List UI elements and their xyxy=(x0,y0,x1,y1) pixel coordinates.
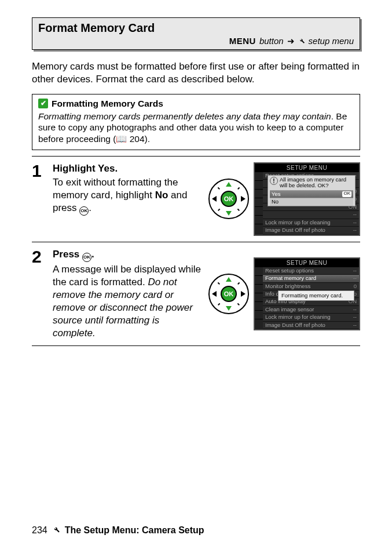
lcd-title: SETUP MENU xyxy=(255,163,359,172)
warning-italic: Formatting memory cards permanently dele… xyxy=(38,111,331,121)
step-body: Press OK. A message will be displayed wh… xyxy=(53,248,204,340)
multi-selector-icon: OK xyxy=(208,274,249,314)
lcd-row-value: -- xyxy=(353,268,357,274)
check-badge-icon: ✔ xyxy=(38,99,48,108)
step-1: 1 Highlight Yes. To exit without formatt… xyxy=(32,157,360,242)
page-number: 234 xyxy=(32,525,47,537)
lcd-row-value: -- xyxy=(353,307,357,312)
ok-tag: OK xyxy=(342,191,351,197)
dialog-message: All images on memory card will be delete… xyxy=(280,177,353,189)
step-head-bold: Yes xyxy=(98,163,115,174)
lcd-screenshot-1: SETUP MENU Reset setup options-- 0 Info … xyxy=(254,162,360,236)
step-2: 2 Press OK. A message will be displayed … xyxy=(32,242,360,347)
step-head-suffix: . xyxy=(115,163,118,174)
exclamation-icon: ! xyxy=(270,177,278,185)
lcd-row-value: -- xyxy=(353,212,357,217)
step-heading: Highlight Yes. xyxy=(53,162,204,175)
step-head-prefix: Press xyxy=(53,249,82,260)
step-number: 1 xyxy=(32,162,47,236)
lcd-row-value: -- xyxy=(353,227,357,233)
option-label: Yes xyxy=(272,191,281,197)
setup-menu-word: setup menu xyxy=(309,35,354,47)
lcd-row-label: Format memory card xyxy=(265,275,316,281)
lcd-progress-popup: Formatting memory card. xyxy=(278,290,354,301)
lcd-row-label: Lock mirror up for cleaning xyxy=(265,314,330,320)
button-word: button xyxy=(259,35,284,47)
ok-center: OK xyxy=(221,191,237,207)
step-illustrations: OK SETUP MENU Reset setup options-- 0 In… xyxy=(210,162,360,236)
lcd-tab-strip xyxy=(255,172,263,235)
ok-center: OK xyxy=(221,286,237,302)
section-name: The Setup Menu: Camera Setup xyxy=(65,525,204,537)
arrow-icon: ➜ xyxy=(287,35,295,47)
lcd-row-value: 0 xyxy=(354,283,357,289)
ok-button-icon: OK xyxy=(79,206,89,216)
multi-selector-icon: OK xyxy=(208,179,249,219)
menu-label: MENU xyxy=(229,35,256,47)
lcd-row-label: Monitor brightness xyxy=(265,283,310,289)
lcd-row-label: Lock mirror up for cleaning xyxy=(265,220,330,225)
step-text: To exit without formatting the memory ca… xyxy=(53,176,204,216)
intro-text: Memory cards must be formatted before fi… xyxy=(32,60,360,86)
step1-bold: No xyxy=(155,190,168,201)
step1-t3: . xyxy=(89,202,91,213)
step-body: Highlight Yes. To exit without formattin… xyxy=(53,162,204,236)
step-heading: Press OK. xyxy=(53,248,204,262)
step2-t1: A message will be displayed while the ca… xyxy=(53,264,201,288)
step-head-prefix: Highlight xyxy=(53,163,98,174)
lcd-row-value: -- xyxy=(353,314,357,320)
lcd-tab-strip xyxy=(255,267,263,330)
step-number: 2 xyxy=(32,248,47,340)
lcd-screenshot-2: SETUP MENU Reset setup options-- Format … xyxy=(254,257,360,331)
section-header: Format Memory Card MENU button ➜ setup m… xyxy=(32,17,360,50)
lcd-row-value: -- xyxy=(353,275,357,281)
lcd-row-label: Image Dust Off ref photo xyxy=(265,227,325,233)
lcd-confirm-dialog: ! All images on memory card will be dele… xyxy=(268,175,356,206)
dialog-option-yes: Yes OK xyxy=(270,190,353,198)
warning-title: Formatting Memory Cards xyxy=(52,98,163,110)
warning-box: ✔ Formatting Memory Cards Formatting mem… xyxy=(32,94,360,150)
steps-list: 1 Highlight Yes. To exit without formatt… xyxy=(32,156,360,346)
wrench-icon xyxy=(52,525,60,537)
dialog-option-no: No xyxy=(270,198,353,205)
book-icon: 📖 xyxy=(116,134,127,144)
page-footer: 234 The Setup Menu: Camera Setup xyxy=(32,525,360,537)
ok-button-icon: OK xyxy=(82,253,91,262)
lcd-row-label: Clean image sensor xyxy=(265,307,314,312)
wrench-icon xyxy=(298,35,305,47)
lcd-row-label: Reset setup options xyxy=(265,268,314,274)
step-illustrations: OK SETUP MENU Reset setup options-- Form… xyxy=(210,248,360,340)
warning-pageref: 204). xyxy=(127,134,150,144)
section-title: Format Memory Card xyxy=(38,20,354,35)
breadcrumb: MENU button ➜ setup menu xyxy=(38,35,354,47)
lcd-row-value: -- xyxy=(353,220,357,225)
lcd-title: SETUP MENU xyxy=(255,259,359,267)
step-head-suffix: . xyxy=(91,249,94,260)
warning-body: Formatting memory cards permanently dele… xyxy=(38,111,354,145)
step-text: A message will be displayed while the ca… xyxy=(53,263,204,340)
lcd-row-value: -- xyxy=(353,322,357,328)
lcd-row-label: Image Dust Off ref photo xyxy=(265,322,325,328)
option-label: No xyxy=(272,199,279,205)
